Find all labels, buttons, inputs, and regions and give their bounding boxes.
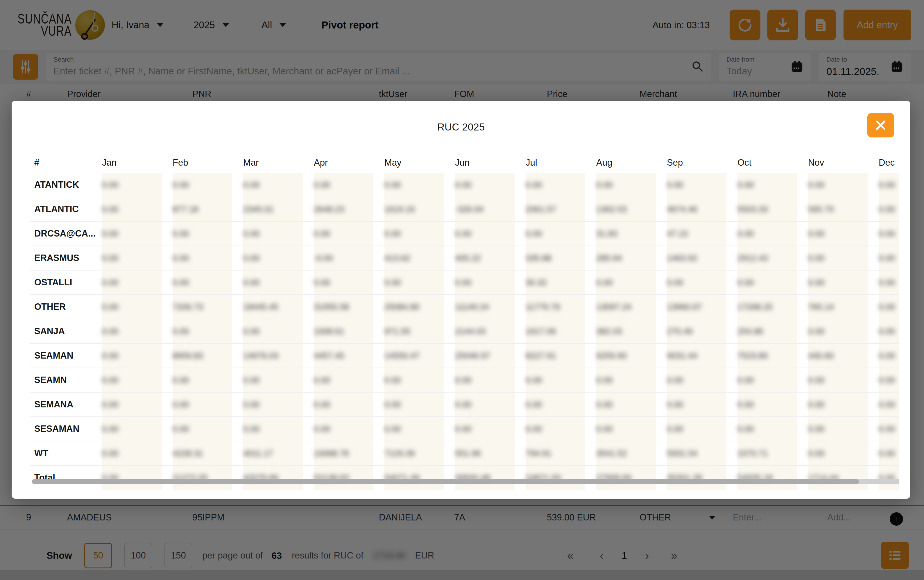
pivot-value-cell: 2648.23 — [314, 197, 384, 221]
redacted-value: 7206.73 — [173, 302, 203, 312]
pivot-row-sesaman: SESAMAN0.000.000.000.000.000.000.000.000… — [30, 417, 899, 442]
pivot-value-cell: 0.00 — [243, 270, 314, 294]
pivot-value-cell: 54935.18 — [738, 466, 808, 489]
redacted-value: 382.03 — [596, 326, 622, 336]
pivot-value-cell: 1619.16 — [384, 197, 455, 221]
redacted-value: 0.00 — [243, 180, 259, 190]
pivot-value-cell: 0.00 — [808, 246, 879, 270]
pivot-value-cell: 4674.46 — [667, 197, 738, 221]
redacted-value: 0.00 — [314, 400, 330, 409]
redacted-value: 0.00 — [173, 326, 189, 336]
redacted-value: 0.00 — [102, 376, 118, 385]
pivot-value-cell: 9259.90 — [596, 344, 667, 367]
redacted-value: 0.00 — [314, 229, 330, 239]
redacted-value: 971.55 — [384, 326, 410, 336]
pivot-value-cell: 18445.45 — [243, 295, 314, 319]
redacted-value: 0.00 — [243, 400, 259, 409]
pivot-value-cell: 4011.17 — [243, 442, 314, 465]
redacted-value: 18445.45 — [243, 302, 278, 312]
pivot-value-cell: 21272.05 — [173, 466, 243, 489]
pivot-value-cell: 0.00 — [384, 222, 455, 246]
pivot-value-cell: 254.86 — [738, 320, 808, 343]
modal-title: RUC 2025 — [12, 121, 910, 133]
pivot-value-cell: 765.14 — [808, 295, 879, 319]
redacted-value: 0.00 — [173, 180, 189, 190]
redacted-value: 30.32 — [525, 278, 547, 287]
pivot-value-cell: 0.00 — [667, 417, 738, 441]
redacted-value: 0.00 — [102, 180, 118, 190]
pivot-value-cell: 0.00 — [384, 270, 455, 294]
redacted-value: 0.00 — [738, 400, 754, 409]
close-button[interactable] — [867, 113, 894, 137]
redacted-value: 5931.54 — [667, 449, 697, 458]
redacted-value: 413.62 — [384, 254, 410, 263]
pivot-value-cell: 0.00 — [243, 222, 314, 246]
pivot-value-cell: 0.00 — [667, 270, 738, 294]
pivot-value-cell: 47.15 — [667, 222, 738, 246]
redacted-value: 0.00 — [314, 376, 330, 385]
redacted-value: 14976.03 — [243, 351, 278, 361]
pivot-value-cell: 0.00 — [173, 320, 243, 343]
pivot-value-cell: 0.00 — [525, 222, 596, 246]
pivot-value-cell: 0.00 — [314, 368, 384, 392]
redacted-value: 0.00 — [525, 424, 542, 434]
pivot-value-cell: 13097.24 — [596, 295, 667, 319]
pivot-value-cell: 1008.61 — [314, 320, 384, 343]
pivot-value-cell: 13960.67 — [667, 295, 738, 319]
pivot-row-label: Total — [30, 466, 102, 489]
redacted-value: 0.00 — [667, 376, 683, 385]
pivot-value-cell: 11779.76 — [525, 295, 596, 319]
redacted-value: 0.00 — [384, 180, 401, 190]
pivot-value-cell: 285.64 — [596, 246, 667, 270]
pivot-value-cell: 0.00 — [455, 392, 525, 417]
pivot-col-mar: Mar — [243, 158, 314, 168]
redacted-value: 405.22 — [455, 254, 481, 263]
redacted-value: 0.00 — [738, 180, 754, 190]
redacted-value: 0.00 — [808, 180, 824, 190]
redacted-value: 0.00 — [525, 400, 542, 409]
pivot-value-cell: 0.00 — [808, 368, 879, 392]
horizontal-scrollbar[interactable] — [32, 479, 899, 484]
pivot-value-cell: 0.00 — [384, 417, 455, 441]
pivot-value-cell: 0.00 — [738, 222, 808, 246]
pivot-value-cell: 0.00 — [738, 417, 808, 441]
redacted-value: 0.00 — [102, 400, 118, 409]
redacted-value: 4228.31 — [173, 449, 203, 458]
pivot-value-cell: 0.00 — [102, 344, 173, 367]
pivot-value-cell: 335.88 — [525, 246, 596, 270]
redacted-value: 0.00 — [808, 400, 824, 409]
redacted-value: 0.00 — [879, 229, 895, 239]
pivot-value-cell: 7206.73 — [173, 295, 243, 319]
redacted-value: 11779.76 — [525, 302, 560, 312]
redacted-value: 0.00 — [455, 376, 471, 385]
pivot-value-cell: 0.00 — [879, 320, 899, 343]
pivot-value-cell: -0.00 — [314, 246, 384, 270]
pivot-value-cell: 0.00 — [243, 173, 314, 197]
redacted-value: 25046.97 — [455, 351, 490, 361]
pivot-value-cell: 0.00 — [879, 417, 899, 441]
redacted-value: 1617.06 — [525, 326, 556, 336]
scrollbar-thumb[interactable] — [32, 479, 859, 484]
redacted-value: 0.00 — [667, 180, 683, 190]
redacted-value: 13960.67 — [667, 302, 702, 312]
redacted-value: 0.00 — [738, 229, 754, 239]
pivot-value-cell: 0.00 — [173, 417, 243, 441]
redacted-value: 0.00 — [384, 278, 401, 287]
redacted-value: 0.00 — [102, 449, 118, 458]
pivot-row-other: OTHER0.007206.7318445.4531955.5825084.80… — [30, 295, 899, 320]
redacted-value: 1570.71 — [738, 449, 768, 458]
pivot-value-cell: 0.00 — [808, 173, 879, 197]
pivot-value-cell: 1570.71 — [738, 442, 808, 465]
redacted-value: 31955.58 — [314, 302, 349, 312]
pivot-value-cell: 0.00 — [808, 417, 879, 441]
pivot-value-cell: 39500.48 — [455, 466, 525, 489]
redacted-value: -326.94 — [455, 204, 484, 214]
pivot-value-cell: 9031.44 — [667, 344, 738, 367]
pivot-value-cell: 3541.52 — [596, 442, 667, 465]
pivot-row-atlantic: ATLANTIC0.00877.182345.012648.231619.16-… — [30, 197, 899, 222]
redacted-value: 4011.17 — [243, 449, 273, 458]
redacted-value: 0.00 — [455, 278, 471, 287]
pivot-value-cell: 0.00 — [243, 320, 314, 343]
pivot-value-cell: 0.00 — [808, 222, 879, 246]
pivot-value-cell: 794.91 — [525, 442, 596, 465]
